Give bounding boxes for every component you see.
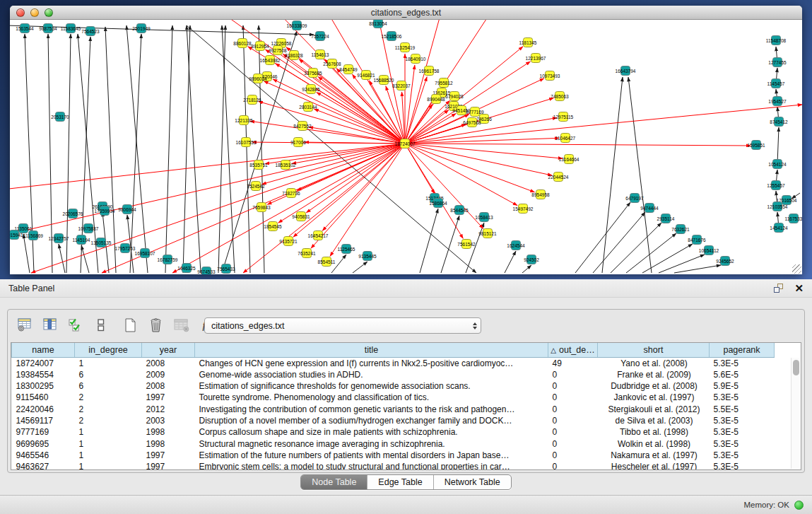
table-row[interactable]: 2242004622012Investigating the contribut… bbox=[12, 404, 775, 415]
svg-text:1854545: 1854545 bbox=[264, 224, 282, 229]
svg-text:1255457: 1255457 bbox=[767, 183, 785, 188]
svg-text:18535102: 18535102 bbox=[276, 163, 296, 168]
svg-text:1686864: 1686864 bbox=[429, 201, 447, 206]
tab-node-table[interactable]: Node Table bbox=[301, 475, 367, 489]
minimize-window-button[interactable] bbox=[30, 8, 39, 17]
svg-text:7561542: 7561542 bbox=[457, 242, 476, 247]
cell-out_degree: 49 bbox=[548, 357, 598, 369]
table-row[interactable]: 969969511998Structural magnetic resonanc… bbox=[12, 438, 775, 450]
tab-edge-table[interactable]: Edge Table bbox=[367, 475, 433, 489]
table-scrollbar-thumb[interactable] bbox=[793, 360, 799, 375]
cell-pagerank: 5.6E-5 bbox=[710, 369, 775, 380]
svg-text:12975115: 12975115 bbox=[553, 115, 574, 119]
svg-text:9245652: 9245652 bbox=[716, 259, 734, 264]
cell-year: 1998 bbox=[142, 438, 195, 450]
column-header-out_degree[interactable]: △out_de… bbox=[548, 343, 598, 357]
network-graph[interactable]: 8860128891295412226058992750816543982818… bbox=[10, 20, 802, 274]
cell-title: Structural magnetic resonance image aver… bbox=[195, 438, 548, 450]
table-row[interactable]: 946362711997Embryonic stem cells: a mode… bbox=[12, 461, 775, 470]
delete-table-button[interactable] bbox=[146, 315, 166, 335]
svg-text:17957253: 17957253 bbox=[115, 246, 136, 251]
cell-out_degree: 0 bbox=[548, 404, 598, 415]
svg-text:7564523: 7564523 bbox=[81, 29, 100, 34]
memory-ok-icon bbox=[794, 501, 804, 510]
cell-pagerank: 5.3E-5 bbox=[710, 415, 775, 426]
svg-text:2718126: 2718126 bbox=[243, 98, 261, 103]
svg-text:8990448: 8990448 bbox=[427, 97, 445, 102]
svg-text:7557224: 7557224 bbox=[311, 34, 329, 39]
cell-name: 9463627 bbox=[12, 461, 75, 470]
table-row[interactable]: 946554611997Estimation of the future num… bbox=[12, 450, 775, 461]
svg-text:9806944: 9806944 bbox=[118, 207, 136, 212]
svg-text:18724007: 18724007 bbox=[395, 141, 416, 146]
table-panel-title: Table Panel bbox=[8, 284, 54, 293]
column-header-name[interactable]: name bbox=[12, 343, 75, 357]
rows-button[interactable] bbox=[91, 315, 111, 335]
resize-grip[interactable] bbox=[792, 264, 801, 274]
float-panel-icon[interactable] bbox=[773, 283, 784, 294]
svg-text:8860128: 8860128 bbox=[233, 41, 252, 46]
cell-title: Tourette syndrome. Phenomenology and cla… bbox=[195, 392, 548, 403]
cell-pagerank: 5.3E-5 bbox=[710, 450, 775, 461]
column-header-pagerank[interactable]: pagerank bbox=[710, 343, 775, 357]
table-tabs: Node Table Edge Table Network Table bbox=[0, 474, 812, 490]
svg-text:12342757: 12342757 bbox=[49, 236, 69, 241]
tab-network-table[interactable]: Network Table bbox=[433, 475, 511, 489]
table-select-dropdown[interactable]: citations_edges.txt bbox=[204, 317, 481, 334]
delete-column-button[interactable] bbox=[172, 315, 192, 335]
select-all-button[interactable] bbox=[66, 315, 86, 335]
table-select-value: citations_edges.txt bbox=[211, 321, 285, 331]
svg-text:10654112: 10654112 bbox=[699, 248, 719, 253]
svg-text:22044524: 22044524 bbox=[548, 175, 569, 180]
svg-text:8544545: 8544545 bbox=[450, 208, 469, 213]
column-header-short[interactable]: short bbox=[598, 343, 710, 357]
close-panel-icon[interactable]: ✕ bbox=[794, 284, 804, 293]
svg-text:13505135: 13505135 bbox=[91, 240, 112, 245]
cell-name: 9777169 bbox=[12, 426, 75, 438]
cell-short: Dudbridge et al. (2008) bbox=[598, 380, 710, 392]
zoom-window-button[interactable] bbox=[45, 8, 53, 17]
svg-text:1454124: 1454124 bbox=[770, 226, 788, 230]
column-header-year[interactable]: year bbox=[142, 343, 195, 357]
table-panel-header: Table Panel ✕ bbox=[0, 279, 812, 298]
table-row[interactable]: 911546021997Tourette syndrome. Phenomeno… bbox=[12, 392, 775, 403]
network-window[interactable]: citations_edges.txt 88601288912954122260… bbox=[10, 6, 802, 274]
svg-text:8427552: 8427552 bbox=[293, 124, 312, 129]
cell-name: 19384554 bbox=[12, 369, 75, 380]
svg-text:12226058: 12226058 bbox=[271, 41, 292, 46]
cell-year: 2008 bbox=[142, 380, 195, 392]
table-row[interactable]: 1938455462009Genome-wide association stu… bbox=[12, 369, 775, 380]
svg-text:1145457: 1145457 bbox=[767, 81, 785, 86]
svg-text:9135445: 9135445 bbox=[358, 254, 377, 259]
svg-text:7955812: 7955812 bbox=[435, 81, 453, 86]
new-table-button[interactable] bbox=[121, 315, 141, 335]
table-row[interactable]: 1830029562008Estimation of significance … bbox=[12, 380, 775, 392]
svg-text:1167533: 1167533 bbox=[785, 216, 802, 221]
svg-text:16782759: 16782759 bbox=[158, 257, 178, 262]
cell-year: 1998 bbox=[142, 426, 195, 438]
table-row[interactable]: 1456911722003Disruption of a novel membe… bbox=[12, 415, 775, 426]
cell-title: Genome-wide association studies in ADHD. bbox=[195, 369, 548, 380]
column-header-title[interactable]: title bbox=[195, 343, 548, 357]
svg-text:1054124: 1054124 bbox=[768, 162, 787, 167]
column-header-in_degree[interactable]: in_degree bbox=[75, 343, 142, 357]
table-scrollbar[interactable] bbox=[791, 358, 800, 469]
svg-text:1125465: 1125465 bbox=[338, 247, 355, 252]
cell-in_degree: 1 bbox=[75, 426, 142, 438]
network-window-titlebar[interactable]: citations_edges.txt bbox=[10, 6, 802, 20]
table-row[interactable]: 977716911998Corpus callosum shape and si… bbox=[12, 426, 775, 438]
table-panel-body: f(x) citations_edges.txt namein_degreeye… bbox=[7, 309, 805, 473]
modify-table-button[interactable] bbox=[15, 315, 35, 335]
close-window-button[interactable] bbox=[16, 8, 25, 17]
show-columns-button[interactable] bbox=[40, 315, 60, 335]
cell-title: Corpus callosum shape and size in male p… bbox=[195, 426, 548, 438]
cell-short: Franke et al. (2009) bbox=[598, 369, 710, 380]
svg-text:1624544: 1624544 bbox=[507, 243, 525, 248]
network-canvas[interactable]: 8860128891295412226058992750816543982818… bbox=[10, 20, 802, 274]
svg-text:9242845: 9242845 bbox=[302, 87, 320, 92]
memory-status-label: Memory: OK bbox=[743, 501, 789, 509]
svg-text:8322037: 8322037 bbox=[392, 83, 411, 88]
cell-title: Investigating the contribution of common… bbox=[195, 404, 548, 415]
svg-text:917006: 917006 bbox=[290, 140, 306, 145]
table-row[interactable]: 1872400712008Changes of HCN gene express… bbox=[12, 357, 775, 369]
